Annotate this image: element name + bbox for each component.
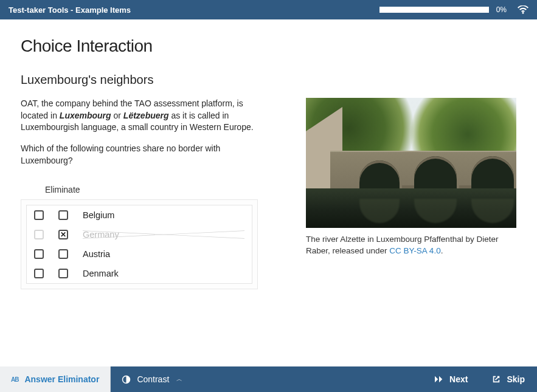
answer-checkbox[interactable]	[34, 210, 44, 220]
header-title: Test-taker Tools - Example Items	[9, 5, 131, 15]
figure-image	[306, 98, 516, 228]
license-link[interactable]: CC BY-SA 4.0	[389, 246, 440, 255]
intro-em-1: Luxembourg	[60, 111, 111, 120]
wifi-icon	[518, 5, 528, 14]
skip-button[interactable]: Skip	[480, 366, 537, 392]
answer-checkbox[interactable]	[34, 269, 44, 278]
caption-post: .	[441, 246, 443, 255]
progress-bar	[379, 7, 489, 13]
progress: 0%	[379, 5, 507, 14]
forward-icon	[435, 376, 443, 383]
contrast-icon	[122, 375, 131, 384]
intro-paragraph: OAT, the company behind the TAO assessme…	[21, 98, 264, 134]
answer-checkbox[interactable]	[34, 230, 44, 239]
eliminate-checkbox[interactable]: ✕	[58, 230, 68, 239]
choice-label-text: Germany	[83, 230, 119, 239]
content-area: Choice Interaction Luxembourg's neighbor…	[0, 19, 537, 366]
ab-icon: AB	[11, 376, 18, 383]
figure: The river Alzette in Luxembourg Pfaffent…	[306, 98, 516, 257]
question-text: Which of the following countries share n…	[21, 142, 227, 167]
figure-caption: The river Alzette in Luxembourg Pfaffent…	[306, 234, 516, 257]
x-icon: ✕	[60, 231, 66, 238]
contrast-label: Contrast	[137, 374, 169, 384]
eliminate-column-header: Eliminate	[21, 185, 282, 194]
answer-checkbox[interactable]	[34, 249, 44, 259]
page-heading: Choice Interaction	[21, 36, 516, 56]
eliminate-checkbox[interactable]	[58, 210, 68, 220]
answer-eliminator-button[interactable]: AB Answer Eliminator	[0, 366, 111, 392]
intro-em-2: Lëtzebuerg	[123, 111, 169, 120]
choice-block: Belgium ✕ Germany	[21, 199, 258, 289]
eliminate-checkbox[interactable]	[58, 269, 68, 278]
answer-eliminator-label: Answer Eliminator	[24, 374, 99, 384]
next-button[interactable]: Next	[423, 366, 480, 392]
header-bar: Test-taker Tools - Example Items 0%	[0, 0, 537, 19]
choice-label: Austria	[83, 249, 244, 259]
progress-percent: 0%	[496, 5, 507, 14]
choice-row: Belgium	[27, 205, 252, 225]
external-icon	[492, 375, 501, 383]
choice-row: ✕ Germany	[27, 225, 252, 244]
choice-label: Germany	[83, 230, 244, 239]
skip-label: Skip	[507, 374, 525, 384]
choice-label: Denmark	[83, 269, 244, 278]
choice-label: Belgium	[83, 210, 244, 220]
choice-row: Denmark	[27, 264, 252, 283]
footer-bar: AB Answer Eliminator Contrast ︿ Next Ski…	[0, 366, 537, 392]
next-label: Next	[449, 374, 468, 384]
contrast-button[interactable]: Contrast ︿	[111, 366, 193, 392]
page-subheading: Luxembourg's neighbors	[21, 73, 516, 87]
eliminate-checkbox[interactable]	[58, 249, 68, 259]
intro-text-mid: or	[111, 111, 123, 120]
choice-row: Austria	[27, 244, 252, 264]
chevron-up-icon: ︿	[176, 375, 182, 383]
